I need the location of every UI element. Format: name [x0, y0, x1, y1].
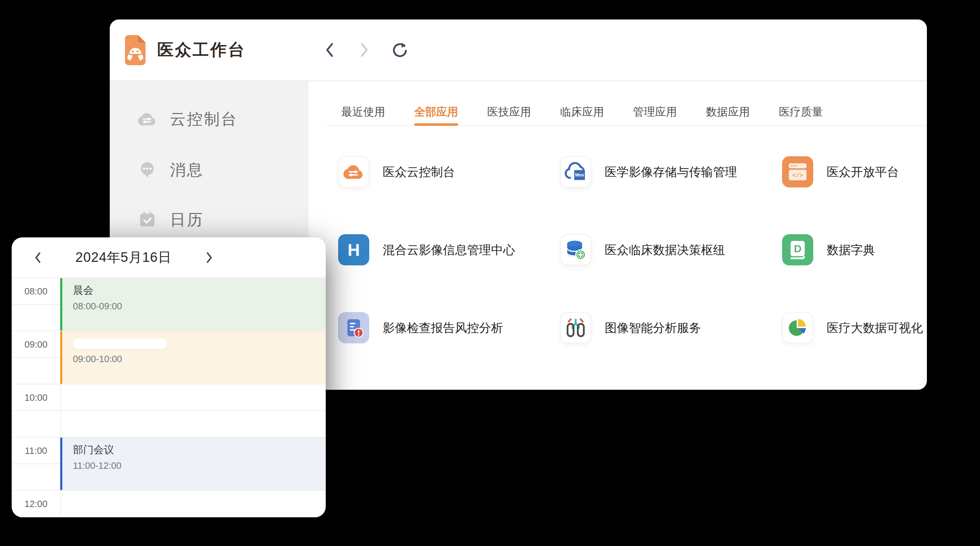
app-item-0[interactable]: 医众云控制台 [338, 156, 560, 234]
calendar-next-button[interactable] [203, 250, 216, 265]
calendar-event-0[interactable]: 晨会 08:00-09:00 [60, 278, 326, 330]
app-item-label: 图像智能分析服务 [605, 312, 701, 343]
open-platform-icon: </> [782, 156, 813, 187]
app-item-6[interactable]: 影像检查报告风控分析 [338, 312, 560, 390]
cloud-console-app-icon [338, 156, 369, 187]
tab-5[interactable]: 数据应用 [706, 99, 750, 125]
app-item-label: 影像检查报告风控分析 [383, 312, 503, 343]
app-item-label: 医众开放平台 [827, 156, 899, 187]
svg-text:Mos: Mos [575, 172, 584, 177]
app-item-label: 数据字典 [827, 234, 875, 265]
app-item-8[interactable]: 医疗大数据可视化 [782, 312, 927, 390]
sidebar-item-label: 日历 [170, 209, 204, 230]
sidebar-item-label: 云控制台 [170, 109, 238, 130]
calendar-body: 08:0009:0010:0011:0012:00 晨会 08:00-09:00… [12, 278, 326, 517]
sidebar-item-message[interactable]: 消息 [110, 156, 309, 184]
calendar-hour-label: 09:00 [12, 339, 60, 350]
sidebar-item-calendar[interactable]: 日历 [110, 206, 309, 234]
calendar-hour-label: 11:00 [12, 445, 60, 457]
calendar-event-time: 11:00-12:00 [73, 460, 326, 471]
tab-0[interactable]: 最近使用 [341, 99, 385, 125]
cloud-console-icon [138, 110, 156, 128]
app-item-label: 医学影像存储与传输管理 [605, 156, 737, 187]
app-title: 医众工作台 [157, 39, 246, 61]
sidebar-item-label: 消息 [170, 160, 204, 180]
calendar-event-title: 部门会议 [73, 443, 326, 456]
tab-2[interactable]: 医技应用 [487, 99, 531, 125]
app-item-2[interactable]: </> 医众开放平台 [782, 156, 927, 234]
tabs: 最近使用全部应用医技应用临床应用管理应用数据应用医疗质量 [326, 99, 926, 126]
message-icon [138, 161, 156, 179]
app-item-label: 医疗大数据可视化 [827, 312, 923, 343]
calendar-event-1[interactable]: 09:00-10:00 [60, 331, 326, 384]
svg-text:</>: </> [792, 172, 803, 179]
calendar-prev-button[interactable] [32, 250, 44, 265]
app-logo-icon [125, 35, 145, 65]
svg-text:D: D [794, 243, 802, 254]
calendar-hour-label: 10:00 [12, 392, 60, 403]
app-item-1[interactable]: Mos 医学影像存储与传输管理 [560, 156, 782, 234]
tab-6[interactable]: 医疗质量 [779, 99, 823, 125]
mos-cloud-icon: Mos [560, 156, 591, 187]
calendar-event-redacted-title [73, 338, 167, 350]
page: { "colors": { "accent_orange": "#EE8C49"… [0, 0, 980, 546]
calendar-card: 2024年5月16日 08:0009:0010:0011:0012:00 晨会 … [12, 237, 326, 517]
letter-h-icon: H [338, 234, 369, 265]
tab-1[interactable]: 全部应用 [414, 99, 458, 125]
calendar-icon [138, 211, 156, 229]
sidebar-item-cloud-console[interactable]: 云控制台 [110, 105, 309, 133]
app-item-7[interactable]: 图像智能分析服务 [560, 312, 782, 390]
app-grid: 医众云控制台 Mos 医学影像存储与传输管理 </> 医众开放平台 H 混合云影… [338, 156, 927, 390]
calendar-event-2[interactable]: 部门会议 11:00-12:00 [60, 437, 326, 490]
window-nav [321, 19, 407, 80]
lungs-ai-icon [560, 312, 591, 343]
tab-4[interactable]: 管理应用 [633, 99, 677, 125]
refresh-button[interactable] [391, 42, 407, 58]
app-item-5[interactable]: D 数据字典 [782, 234, 927, 312]
app-item-label: 医众临床数据决策枢纽 [605, 234, 725, 265]
calendar-header: 2024年5月16日 [12, 237, 326, 278]
content-area: 最近使用全部应用医技应用临床应用管理应用数据应用医疗质量 医众云控制台 Mos … [309, 81, 927, 390]
forward-button[interactable] [356, 42, 372, 58]
bigdata-pie-icon [782, 312, 813, 343]
calendar-event-title: 晨会 [73, 284, 326, 297]
calendar-date-title: 2024年5月16日 [75, 248, 172, 267]
calendar-hour-label: 12:00 [12, 498, 60, 509]
app-item-4[interactable]: 医众临床数据决策枢纽 [560, 234, 782, 312]
app-item-label: 混合云影像信息管理中心 [383, 234, 515, 265]
tab-3[interactable]: 临床应用 [560, 99, 604, 125]
data-dictionary-icon: D [782, 234, 813, 265]
window-header: 医众工作台 [110, 19, 927, 81]
calendar-event-time: 09:00-10:00 [73, 354, 326, 365]
clinical-database-icon [560, 234, 591, 265]
back-button[interactable] [321, 42, 338, 58]
calendar-event-time: 08:00-09:00 [73, 301, 326, 312]
report-risk-icon [338, 312, 369, 343]
app-item-label: 医众云控制台 [383, 156, 455, 187]
app-item-3[interactable]: H 混合云影像信息管理中心 [338, 234, 560, 312]
calendar-hour-label: 08:00 [12, 286, 60, 297]
